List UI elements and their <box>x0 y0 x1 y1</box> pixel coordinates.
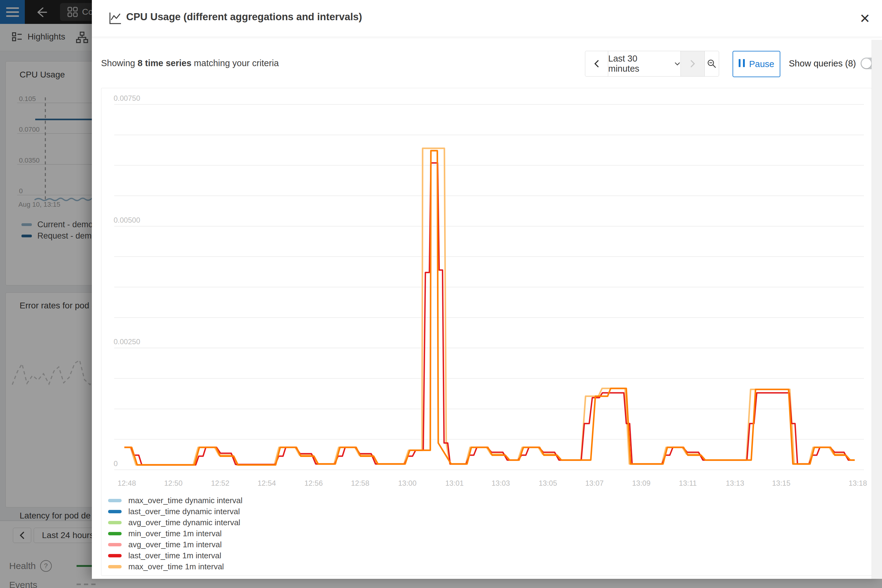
legend-item[interactable]: avg_over_time dynamic interval <box>108 517 243 528</box>
legend-label: max_over_time dynamic interval <box>128 496 243 506</box>
x-axis-tick-label: 12:52 <box>211 479 230 487</box>
legend-swatch <box>108 532 122 536</box>
app-root: Co Highlights CPU Usage 0.105 0.0700 0.0… <box>0 0 882 588</box>
close-icon: ✕ <box>860 11 870 26</box>
x-axis-tick-label: 12:54 <box>258 479 276 487</box>
legend-item[interactable]: min_over_time 1m interval <box>108 528 243 539</box>
legend-item[interactable]: last_over_time dynamic interval <box>108 506 243 517</box>
chart-legend: max_over_time dynamic intervallast_over_… <box>108 495 243 572</box>
x-axis-tick-label: 12:58 <box>351 479 369 487</box>
pause-button[interactable]: Pause <box>732 51 780 77</box>
legend-item[interactable]: avg_over_time 1m interval <box>108 539 243 550</box>
legend-label: min_over_time 1m interval <box>128 529 222 538</box>
chevron-left-icon <box>593 59 600 68</box>
legend-swatch <box>108 499 122 502</box>
time-forward-button-disabled[interactable] <box>681 51 705 76</box>
legend-swatch <box>108 554 122 557</box>
modal-title: CPU Usage (different aggregations and in… <box>126 11 362 22</box>
series-line <box>124 151 855 465</box>
legend-item[interactable]: last_over_time 1m interval <box>108 550 243 561</box>
x-axis-tick-label: 13:11 <box>679 479 697 487</box>
x-axis-tick-label: 13:07 <box>585 479 604 487</box>
x-axis-tick-label: 13:13 <box>726 479 744 487</box>
modal-header: CPU Usage (different aggregations and in… <box>92 0 882 37</box>
series-count-status: Showing 8 time series matching your crit… <box>101 58 279 68</box>
x-axis-tick-label: 13:01 <box>445 479 464 487</box>
chevron-down-icon <box>674 62 681 66</box>
line-chart-icon <box>108 12 122 25</box>
zoom-out-button[interactable] <box>705 51 719 76</box>
time-range-label: Last 30 minutes <box>608 54 669 74</box>
legend-swatch <box>108 565 122 568</box>
x-axis-tick-label: 12:48 <box>118 479 136 487</box>
x-axis-tick-label: 12:56 <box>304 479 323 487</box>
x-axis-tick-label: 12:50 <box>164 479 183 487</box>
chevron-right-icon <box>689 59 696 68</box>
y-axis-tick-label: 0 <box>114 459 118 468</box>
y-axis-tick-label: 0.00500 <box>114 216 140 224</box>
zoom-out-icon <box>707 59 717 69</box>
legend-item[interactable]: max_over_time 1m interval <box>108 561 243 572</box>
y-axis-tick-label: 0.00250 <box>114 338 140 346</box>
close-button[interactable]: ✕ <box>855 9 874 28</box>
x-axis-tick-label: 13:18 <box>849 479 867 487</box>
chart-detail-modal: CPU Usage (different aggregations and in… <box>92 0 882 579</box>
legend-label: last_over_time 1m interval <box>128 551 221 560</box>
x-axis-tick-label: 13:00 <box>398 479 417 487</box>
x-axis-tick-label: 13:03 <box>492 479 510 487</box>
time-range-control-group: Last 30 minutes <box>585 51 719 76</box>
time-range-dropdown[interactable]: Last 30 minutes <box>608 51 681 76</box>
legend-item[interactable]: max_over_time dynamic interval <box>108 495 243 506</box>
show-queries-label: Show queries (8) <box>783 51 856 76</box>
y-axis-tick-label: 0.00750 <box>114 94 140 102</box>
pause-label: Pause <box>749 59 774 69</box>
legend-swatch <box>108 521 122 524</box>
legend-label: max_over_time 1m interval <box>128 562 224 572</box>
legend-label: avg_over_time 1m interval <box>128 540 222 549</box>
series-line <box>124 163 855 465</box>
legend-swatch <box>108 543 122 546</box>
modal-scrollbar-track[interactable] <box>872 40 882 579</box>
legend-label: last_over_time dynamic interval <box>128 507 240 516</box>
legend-label: avg_over_time dynamic interval <box>128 518 240 527</box>
legend-swatch <box>108 510 122 513</box>
x-axis-tick-label: 13:05 <box>539 479 557 487</box>
pause-icon <box>739 59 745 69</box>
chart-panel: 0.007500.005000.00250012:4812:5012:5212:… <box>101 88 872 576</box>
x-axis-tick-label: 13:09 <box>632 479 651 487</box>
toggle-knob <box>861 58 871 68</box>
x-axis-tick-label: 13:15 <box>772 479 790 487</box>
time-back-button[interactable] <box>585 51 608 76</box>
